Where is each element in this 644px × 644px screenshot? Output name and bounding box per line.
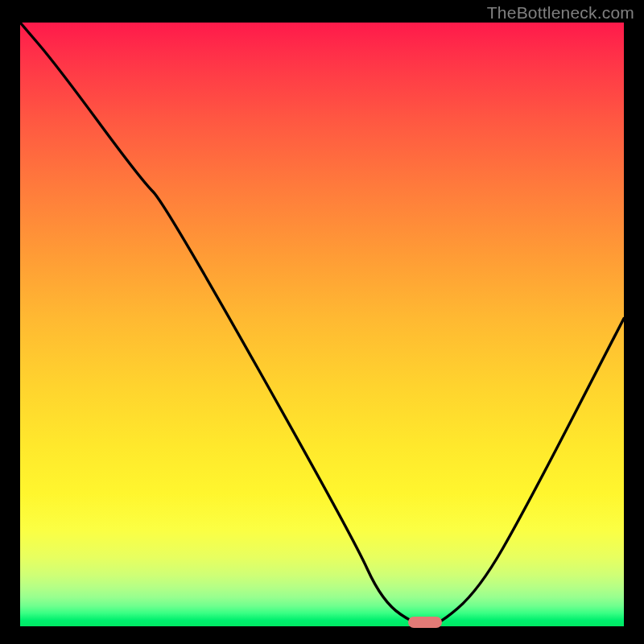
optimum-marker bbox=[408, 617, 442, 628]
curve-path bbox=[20, 23, 624, 626]
watermark-text: TheBottleneck.com bbox=[487, 3, 634, 23]
chart-frame: TheBottleneck.com bbox=[0, 0, 644, 644]
bottleneck-curve bbox=[20, 23, 624, 626]
plot-area bbox=[20, 23, 624, 626]
